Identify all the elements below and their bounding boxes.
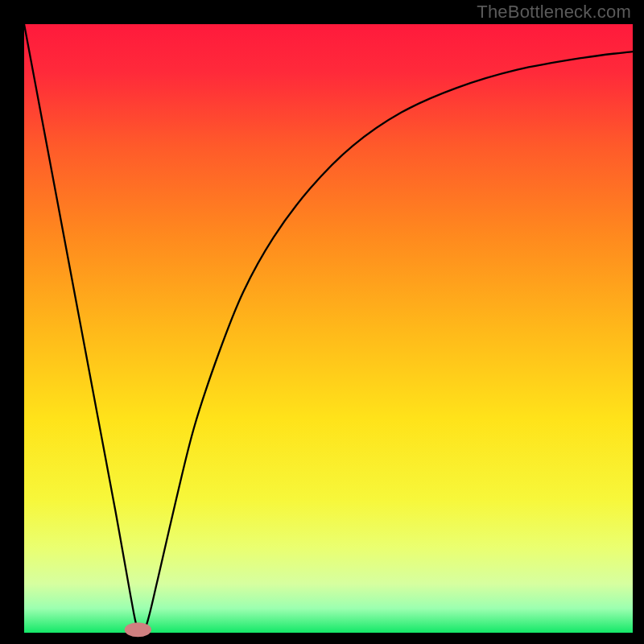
watermark-label: TheBottleneck.com xyxy=(477,2,631,23)
plot-background xyxy=(24,24,633,633)
bottleneck-chart xyxy=(0,0,644,644)
chart-frame: TheBottleneck.com xyxy=(0,0,644,644)
optimal-point-marker xyxy=(125,622,151,637)
